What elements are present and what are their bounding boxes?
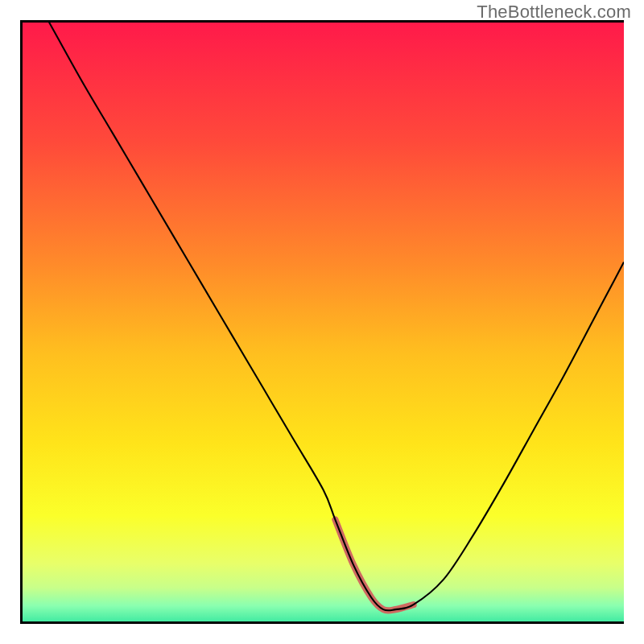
chart-line-layer bbox=[23, 23, 624, 621]
trough-region bbox=[335, 520, 413, 611]
bottleneck-curve bbox=[23, 20, 624, 610]
chart-area bbox=[20, 20, 624, 624]
attribution-label: TheBottleneck.com bbox=[477, 2, 631, 23]
